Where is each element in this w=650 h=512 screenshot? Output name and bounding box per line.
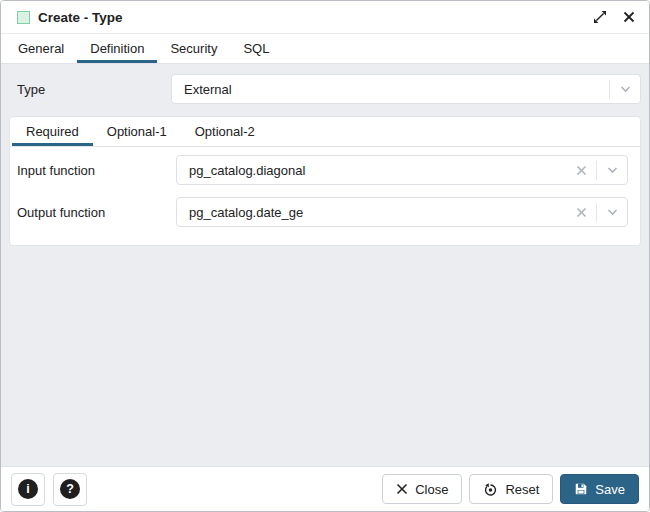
info-button[interactable]: i	[11, 473, 45, 506]
tab-security[interactable]: Security	[157, 34, 230, 63]
save-button-label: Save	[595, 482, 625, 497]
subtab-optional-1[interactable]: Optional-1	[93, 117, 181, 146]
reset-button[interactable]: Reset	[469, 474, 553, 504]
close-button-label: Close	[415, 482, 448, 497]
chevron-down-icon[interactable]	[597, 208, 627, 216]
dialog-titlebar: Create - Type	[1, 1, 649, 34]
input-function-row: Input function pg_catalog.diagonal	[10, 155, 628, 185]
input-function-value: pg_catalog.diagonal	[189, 163, 576, 178]
type-select-value: External	[184, 82, 609, 97]
save-button[interactable]: Save	[560, 474, 639, 504]
function-subtab-box: Required Optional-1 Optional-2 Input fun…	[9, 116, 641, 246]
save-icon	[574, 482, 588, 496]
type-select[interactable]: External	[171, 74, 641, 104]
close-button[interactable]: Close	[382, 474, 462, 504]
chevron-down-icon[interactable]	[610, 85, 640, 93]
output-function-value: pg_catalog.date_ge	[189, 205, 576, 220]
info-icon: i	[18, 479, 38, 499]
subtab-optional-2[interactable]: Optional-2	[181, 117, 269, 146]
input-function-label: Input function	[10, 163, 176, 178]
definition-tab-panel: Type External Required Optional-1 Option…	[1, 64, 649, 466]
reset-button-label: Reset	[505, 482, 539, 497]
reset-icon	[483, 482, 498, 497]
subtabbar: Required Optional-1 Optional-2	[10, 117, 640, 147]
help-button[interactable]: ?	[53, 473, 87, 506]
close-icon[interactable]	[623, 11, 635, 23]
clear-icon[interactable]	[576, 165, 587, 176]
clear-icon[interactable]	[576, 207, 587, 218]
maximize-icon[interactable]	[593, 10, 607, 24]
help-icon: ?	[60, 479, 80, 499]
close-x-icon	[396, 483, 408, 495]
dialog-footer: i ? Close	[1, 466, 649, 511]
type-icon	[17, 11, 30, 24]
output-function-row: Output function pg_catalog.date_ge	[10, 197, 628, 227]
create-type-dialog: Create - Type General Definition Securit…	[0, 0, 650, 512]
input-function-select[interactable]: pg_catalog.diagonal	[176, 155, 628, 185]
main-tabbar: General Definition Security SQL	[1, 34, 649, 64]
tab-definition[interactable]: Definition	[77, 34, 157, 63]
tab-sql[interactable]: SQL	[230, 34, 282, 63]
output-function-label: Output function	[10, 205, 176, 220]
subtab-required[interactable]: Required	[12, 117, 93, 146]
dialog-title: Create - Type	[38, 10, 123, 25]
tab-general[interactable]: General	[5, 34, 77, 63]
type-field-row: Type External	[9, 74, 641, 104]
type-label: Type	[9, 82, 171, 97]
required-subtab-panel: Input function pg_catalog.diagonal	[10, 147, 640, 245]
output-function-select[interactable]: pg_catalog.date_ge	[176, 197, 628, 227]
chevron-down-icon[interactable]	[597, 166, 627, 174]
